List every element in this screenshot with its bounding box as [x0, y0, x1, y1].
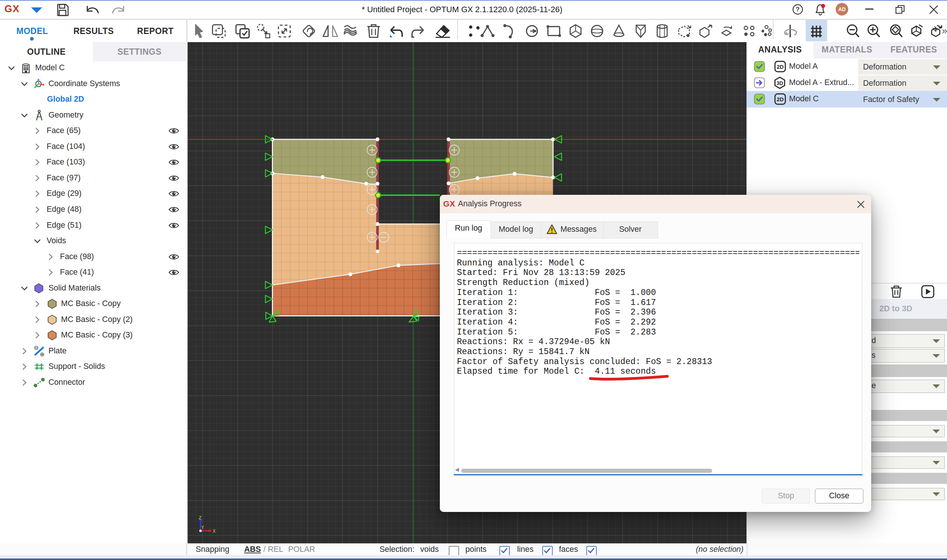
svg-text:»: » [942, 25, 947, 36]
svg-text:3D: 3D [776, 80, 783, 86]
svg-text:2D: 2D [776, 96, 784, 102]
svg-text:Y: Y [201, 525, 204, 531]
svg-text:X: X [213, 529, 216, 534]
svg-text:Z: Z [199, 515, 202, 521]
svg-text:2D: 2D [776, 63, 784, 70]
svg-text:?: ? [796, 6, 800, 12]
